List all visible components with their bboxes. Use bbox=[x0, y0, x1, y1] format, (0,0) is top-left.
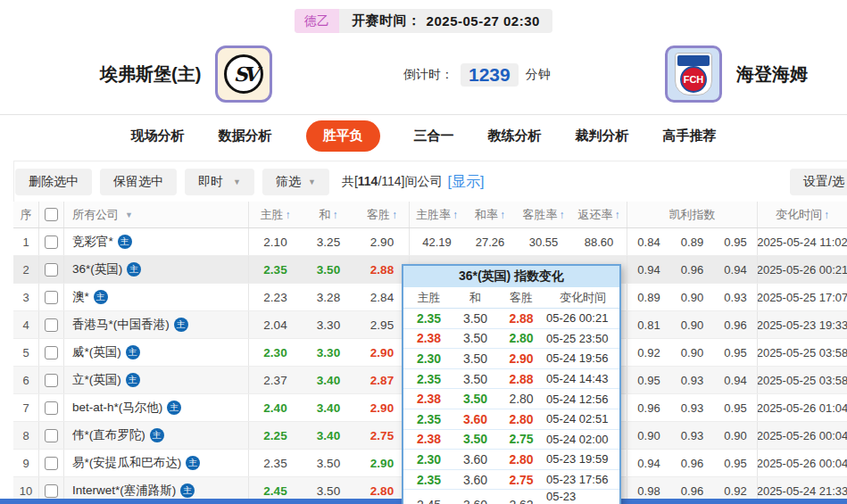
header-draw-rate-sort[interactable]: 和率↑ bbox=[464, 202, 516, 227]
select-all-checkbox[interactable] bbox=[45, 208, 58, 221]
countdown-value: 1239 bbox=[461, 63, 519, 87]
row-checkbox[interactable] bbox=[45, 401, 58, 415]
lose-odds: 2.75 bbox=[355, 422, 409, 449]
row-checkbox-cell bbox=[38, 228, 63, 255]
history-draw-odds: 3.60 bbox=[454, 450, 496, 469]
row-checkbox-cell bbox=[38, 339, 63, 366]
lose-odds: 2.90 bbox=[355, 394, 409, 421]
company-cell[interactable]: 香港马*(中国香港)主 bbox=[63, 311, 248, 338]
draw-odds: 3.30 bbox=[302, 339, 355, 366]
row-checkbox[interactable] bbox=[45, 346, 58, 359]
home-team-logo-icon: SV bbox=[215, 45, 272, 103]
row-checkbox[interactable] bbox=[45, 291, 58, 304]
tab-胜平负[interactable]: 胜平负 bbox=[306, 120, 380, 152]
row-checkbox[interactable] bbox=[45, 235, 58, 249]
company-cell[interactable]: bet-at-h*(马尔他)主 bbox=[63, 394, 248, 421]
header-lose-sort[interactable]: 客胜↑ bbox=[355, 202, 409, 227]
bookmaker-badge-icon: 主 bbox=[126, 373, 140, 387]
away-logo-shield: FCH bbox=[675, 53, 712, 95]
tab-数据分析[interactable]: 数据分析 bbox=[219, 128, 272, 145]
bookmaker-badge-icon: 主 bbox=[118, 235, 132, 249]
win-odds: 2.30 bbox=[248, 339, 302, 366]
draw-odds: 3.25 bbox=[302, 228, 355, 255]
row-seq: 8 bbox=[13, 422, 38, 449]
kickoff-value: 2025-05-27 02:30 bbox=[427, 13, 540, 29]
odds-history-row: 2.353.602.7505-23 17:56 bbox=[403, 470, 619, 491]
kickoff-label: 开赛时间： bbox=[352, 12, 421, 29]
company-cell[interactable]: 伟*(直布罗陀)主 bbox=[63, 422, 248, 449]
header-select-all[interactable] bbox=[38, 202, 63, 227]
filter-dropdown[interactable]: 筛选 ▼ bbox=[262, 169, 329, 195]
bookmaker-badge-icon: 主 bbox=[94, 290, 108, 304]
settings-button[interactable]: 设置/选 bbox=[790, 169, 847, 195]
row-seq: 4 bbox=[13, 311, 38, 338]
history-draw-odds: 3.60 bbox=[454, 490, 496, 504]
odds-history-row: 2.383.502.8005-24 12:56 bbox=[403, 389, 619, 409]
bookmaker-badge-icon: 主 bbox=[186, 456, 200, 470]
company-cell[interactable]: 威*(英国)主 bbox=[63, 339, 248, 366]
row-seq: 7 bbox=[13, 394, 38, 421]
row-checkbox[interactable] bbox=[45, 457, 58, 470]
tab-现场分析[interactable]: 现场分析 bbox=[131, 128, 185, 145]
instant-dropdown[interactable]: 即时 ▼ bbox=[185, 169, 254, 195]
lose-odds: 2.95 bbox=[355, 311, 409, 338]
keep-selected-button[interactable]: 保留选中 bbox=[100, 169, 177, 195]
tab-教练分析[interactable]: 教练分析 bbox=[488, 128, 542, 145]
toolbar: 删除选中 保留选中 即时 ▼ 筛选 ▼ 共[114/114]间公司 [显示] 设… bbox=[13, 163, 847, 201]
company-cell[interactable]: 36*(英国)主 bbox=[63, 256, 248, 283]
odds-history-body: 2.353.502.8805-26 00:212.383.502.8005-25… bbox=[403, 309, 619, 504]
kelly-2: 0.96 bbox=[670, 256, 714, 283]
kelly-2: 0.96 bbox=[670, 450, 714, 476]
kelly-3: 0.95 bbox=[714, 228, 757, 255]
chevron-down-icon: ▼ bbox=[233, 178, 241, 186]
history-change-time: 05-23 17:56 bbox=[546, 470, 619, 490]
odds-history-row: 2.303.502.9005-24 19:56 bbox=[403, 349, 619, 369]
tab-高手推荐[interactable]: 高手推荐 bbox=[663, 128, 717, 145]
header-win-rate-sort[interactable]: 主胜率↑ bbox=[409, 202, 464, 227]
bookmaker-badge-icon: 主 bbox=[167, 401, 181, 415]
win-odds: 2.35 bbox=[248, 450, 302, 476]
company-cell[interactable]: 澳*主 bbox=[63, 284, 248, 310]
row-checkbox[interactable] bbox=[45, 318, 58, 332]
kelly-1: 0.90 bbox=[627, 422, 670, 449]
history-draw-odds: 3.50 bbox=[454, 369, 496, 389]
header-draw-sort[interactable]: 和↑ bbox=[302, 202, 355, 227]
header-win-sort[interactable]: 主胜↑ bbox=[248, 202, 302, 227]
row-checkbox[interactable] bbox=[45, 263, 58, 277]
change-time: 2025-05-24 11:02 bbox=[757, 228, 847, 255]
lose-odds: 2.87 bbox=[355, 367, 409, 393]
bookmaker-badge-icon: 主 bbox=[180, 483, 195, 498]
kelly-1: 0.81 bbox=[627, 311, 670, 338]
header-return-rate-sort[interactable]: 返还率↑ bbox=[571, 202, 627, 227]
header-lose-rate-sort[interactable]: 客胜率↑ bbox=[516, 202, 571, 227]
tab-三合一[interactable]: 三合一 bbox=[414, 128, 454, 145]
odds-history-row: 2.383.502.8005-25 23:50 bbox=[403, 329, 619, 350]
tab-裁判分析[interactable]: 裁判分析 bbox=[576, 128, 629, 145]
header-company[interactable]: 所有公司 ▼ bbox=[63, 202, 248, 227]
company-cell[interactable]: 立*(英国)主 bbox=[63, 367, 248, 393]
table-row[interactable]: 1竞彩官*主2.103.252.9042.1927.2630.5588.600.… bbox=[13, 228, 847, 256]
kelly-1: 0.92 bbox=[627, 339, 670, 366]
company-cell[interactable]: 竞彩官*主 bbox=[63, 228, 248, 255]
delete-selected-button[interactable]: 删除选中 bbox=[15, 169, 92, 195]
win-odds: 2.10 bbox=[248, 228, 302, 255]
history-lose-odds: 2.75 bbox=[496, 430, 546, 450]
kelly-2: 0.93 bbox=[670, 422, 714, 449]
row-checkbox[interactable] bbox=[45, 374, 58, 387]
kelly-3: 0.93 bbox=[714, 284, 757, 310]
header-divider bbox=[0, 114, 847, 115]
kickoff-bar-inner: 德乙 开赛时间： 2025-05-27 02:30 bbox=[295, 9, 552, 33]
company-cell[interactable]: 易*(安提瓜和巴布达)主 bbox=[63, 450, 248, 476]
nav-tabs: 现场分析数据分析胜平负三合一教练分析裁判分析高手推荐 bbox=[0, 117, 847, 154]
header-change-time-sort[interactable]: 变化时间↑ bbox=[757, 202, 847, 227]
company-filter-caret-icon[interactable]: ▼ bbox=[125, 211, 133, 219]
odds-history-row: 2.453.602.6205-23 16:10(初指) bbox=[403, 490, 619, 504]
kelly-2: 0.90 bbox=[670, 339, 714, 366]
history-win-odds: 2.45 bbox=[403, 490, 454, 504]
row-checkbox[interactable] bbox=[45, 484, 58, 498]
show-link[interactable]: [显示] bbox=[448, 173, 485, 192]
row-checkbox[interactable] bbox=[45, 429, 58, 442]
history-win-odds: 2.38 bbox=[403, 430, 454, 450]
kelly-1: 0.94 bbox=[627, 450, 670, 476]
history-win-odds: 2.35 bbox=[403, 409, 454, 429]
